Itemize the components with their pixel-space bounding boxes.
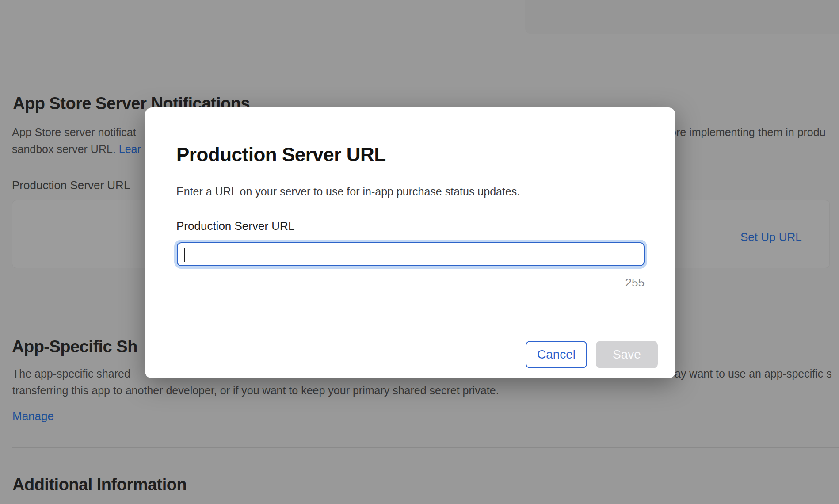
paragraph-text: sandbox server URL. [12,143,119,155]
section-divider [12,72,839,72]
save-button[interactable]: Save [596,341,658,368]
top-right-panel [525,0,839,34]
server-notifications-paragraph-left: App Store server notificat [12,124,145,141]
shared-secret-paragraph-line2: transferring this app to another develop… [12,382,830,399]
screen: App Store Server Notifications App Store… [0,0,839,504]
set-up-url-link[interactable]: Set Up URL [740,230,802,244]
section-heading-additional-information: Additional Information [12,475,839,495]
cancel-button[interactable]: Cancel [526,341,587,368]
section-heading-app-specific-shared-secret: App-Specific Sh [12,337,146,357]
manage-link[interactable]: Manage [12,409,54,423]
server-notifications-paragraph-line2: sandbox server URL. Lear [12,141,145,157]
production-server-url-row-label: Production Server URL [12,179,130,192]
shared-secret-paragraph-left: The app-specific shared [12,365,145,382]
production-server-url-input[interactable] [177,242,645,266]
learn-more-link[interactable]: Lear [119,143,141,155]
shared-secret-paragraph-right: ay want to use an app-specific s [675,365,839,382]
dialog-footer-divider [145,330,675,330]
dialog-title: Production Server URL [176,143,386,167]
server-notifications-paragraph-right: ore implementing them in produ [670,124,839,141]
character-count: 255 [176,276,645,290]
section-divider [12,447,839,448]
text-caret [184,248,185,262]
dialog-field-label: Production Server URL [176,219,294,233]
dialog-description: Enter a URL on your server to use for in… [176,185,520,198]
